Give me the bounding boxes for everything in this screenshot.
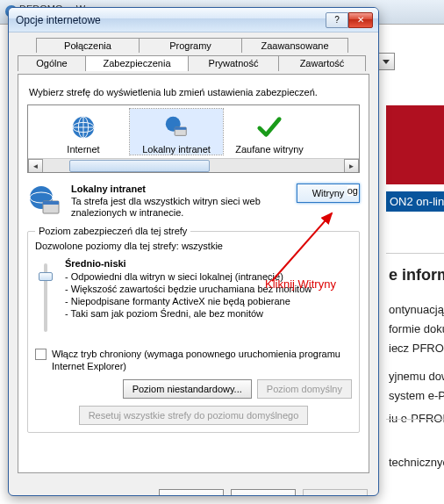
protected-mode-checkbox[interactable] xyxy=(35,349,47,360)
cancel-button[interactable]: Anuluj xyxy=(231,489,296,496)
tab-connections[interactable]: Połączenia xyxy=(36,38,140,53)
tab-general[interactable]: Ogólne xyxy=(18,55,86,71)
slider-thumb[interactable] xyxy=(39,272,53,281)
security-level-group: Poziom zabezpieczeń dla tej strefy Dozwo… xyxy=(27,231,360,433)
page-body-line: yjnemu dowie xyxy=(389,367,444,386)
help-button[interactable]: ? xyxy=(326,12,348,28)
scroll-thumb[interactable] xyxy=(69,160,210,172)
custom-level-button[interactable]: Poziom niestandardowy... xyxy=(123,379,252,399)
scroll-left-button[interactable]: ◄ xyxy=(28,159,43,173)
zone-cutoff-text: og xyxy=(347,185,358,196)
page-body-line: system e-PFR xyxy=(389,386,444,406)
tab-privacy[interactable]: Prywatność xyxy=(188,55,279,71)
zone-local-intranet[interactable]: Lokalny intranet xyxy=(130,109,223,155)
zone-label: Lokalny intranet xyxy=(142,144,211,155)
page-body-line: iecz PFRON. xyxy=(389,339,444,358)
scroll-right-button[interactable]: ► xyxy=(344,159,359,173)
close-button[interactable]: ✕ xyxy=(348,12,373,28)
dialog-title: Opcje internetowe xyxy=(16,14,101,26)
instruction-text: Wybierz strefę do wyświetlenia lub zmień… xyxy=(29,87,358,97)
protected-mode-label: Włącz tryb chroniony (wymaga ponownego u… xyxy=(52,348,352,372)
internet-options-dialog: Opcje internetowe ? ✕ Połączenia Program… xyxy=(8,7,379,496)
banner-label: ON2 on-line xyxy=(386,191,444,212)
horizontal-scrollbar[interactable]: ◄ ► xyxy=(28,158,359,173)
tab-security[interactable]: Zabezpieczenia xyxy=(85,55,189,71)
tab-panel-security: Wybierz strefę do wyświetlenia lub zmień… xyxy=(18,74,369,473)
divider xyxy=(386,253,444,254)
scroll-track[interactable] xyxy=(43,159,344,173)
page-body-line: technicznych xyxy=(389,453,444,472)
svg-rect-7 xyxy=(175,127,186,130)
checkmark-icon xyxy=(256,114,283,140)
selected-zone-description: Ta strefa jest dla wszystkich witryn sie… xyxy=(71,196,288,219)
divider xyxy=(386,419,444,420)
intranet-icon xyxy=(163,114,190,140)
level-desc-line: - Niepodpisane formanty ActiveX nie będą… xyxy=(65,295,312,307)
ok-button[interactable]: OK xyxy=(159,489,224,496)
page-body-line: ontynuacją sy xyxy=(389,300,444,320)
tab-programs[interactable]: Programy xyxy=(139,38,242,53)
page-heading: e inform xyxy=(389,266,444,284)
dialog-titlebar[interactable]: Opcje internetowe ? ✕ xyxy=(9,8,378,32)
default-level-button[interactable]: Poziom domyślny xyxy=(257,379,352,399)
toolbar-dropdown[interactable] xyxy=(377,53,395,70)
reset-all-zones-button[interactable]: Resetuj wszystkie strefy do poziomu domy… xyxy=(79,406,309,425)
group-title: Poziom zabezpieczeń dla tej strefy xyxy=(35,226,190,236)
level-name: Średnio-niski xyxy=(65,258,312,269)
zone-list-container: Internet Lokalny intranet Zaufane witryn… xyxy=(27,104,360,173)
zone-trusted-sites[interactable]: Zaufane witryny xyxy=(223,109,316,155)
page-banner xyxy=(386,105,444,184)
zone-label: Internet xyxy=(67,144,99,155)
tab-content[interactable]: Zawartość xyxy=(278,55,366,71)
apply-button[interactable]: Zastosuj xyxy=(303,489,368,496)
selected-zone-name: Lokalny intranet xyxy=(71,184,288,194)
zone-label: Zaufane witryny xyxy=(235,144,304,155)
zone-internet[interactable]: Internet xyxy=(37,109,130,155)
tab-strip: Połączenia Programy Zaawansowane Ogólne … xyxy=(18,38,369,75)
allowed-levels-text: Dozwolone poziomy dla tej strefy: wszyst… xyxy=(35,241,352,251)
tab-advanced[interactable]: Zaawansowane xyxy=(241,38,348,53)
security-level-slider[interactable] xyxy=(35,258,56,339)
svg-rect-11 xyxy=(43,201,59,205)
annotation-text: Kliknij Witryny xyxy=(265,277,336,291)
page-body-line: formie dokume xyxy=(389,320,444,339)
level-desc-line: - Taki sam jak poziom Średni, ale bez mo… xyxy=(65,307,312,320)
intranet-large-icon xyxy=(27,184,62,219)
globe-icon xyxy=(70,114,97,140)
